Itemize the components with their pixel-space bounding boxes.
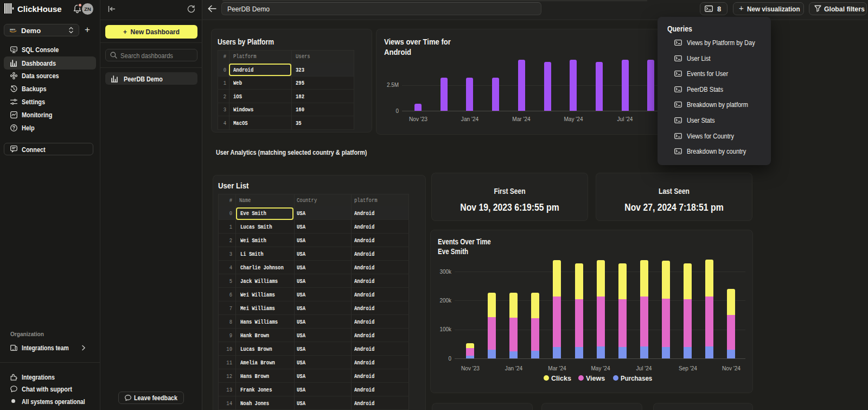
svg-text:aws: aws [10,28,15,31]
